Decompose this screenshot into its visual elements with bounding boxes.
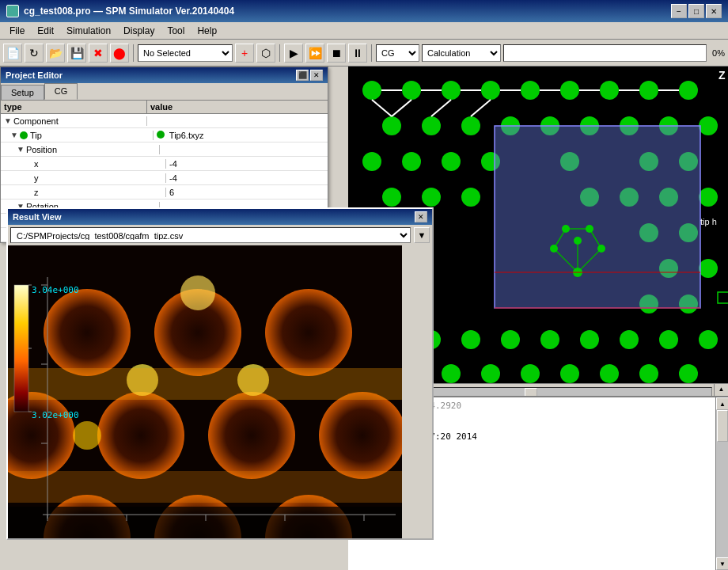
svg-point-19 (362, 152, 381, 171)
scroll-up-button[interactable]: ▲ (716, 397, 728, 410)
svg-point-49 (620, 330, 639, 349)
svg-rect-106 (8, 368, 402, 400)
svg-point-11 (422, 116, 441, 135)
toolbar-add[interactable]: + (235, 44, 254, 63)
scroll-thumb[interactable] (717, 410, 728, 442)
col-value-header: value (147, 101, 328, 113)
project-editor-titlebar: Project Editor ⬛ ✕ (1, 67, 328, 83)
svg-point-57 (560, 364, 579, 383)
scroll-up-icon[interactable]: ▲ (719, 386, 725, 393)
output-scrollbar[interactable]: ▲ ▼ (715, 397, 728, 570)
result-canvas-area: 3.04e+000 3.02e+000 (8, 245, 402, 538)
toolbar-ff[interactable]: ⏩ (305, 44, 324, 63)
toolbar-open[interactable]: 📂 (46, 44, 65, 63)
result-view-close-button[interactable]: ✕ (415, 211, 427, 222)
cg-dropdown[interactable]: CG MD (376, 44, 419, 62)
expand-position[interactable]: ▼ (17, 145, 25, 154)
toolbar: 📄 ↻ 📂 💾 ✖ ⬤ No Selected Selected + ⬡ ▶ ⏩… (0, 40, 728, 66)
toolbar-stop[interactable]: ✖ (89, 44, 108, 63)
scroll-track (716, 410, 728, 557)
tab-cg[interactable]: CG (44, 83, 78, 100)
menu-tool[interactable]: Tool (161, 24, 191, 38)
tab-setup[interactable]: Setup (1, 85, 44, 100)
panel-close-button[interactable]: ✕ (310, 70, 323, 81)
svg-point-28 (461, 188, 480, 207)
scroll-down-button[interactable]: ▼ (716, 557, 728, 570)
svg-text:3.02e+000: 3.02e+000 (32, 410, 79, 420)
svg-rect-73 (495, 126, 700, 308)
tree-row-component[interactable]: ▼ Component (1, 114, 328, 128)
toolbar-play[interactable]: ▶ (284, 44, 303, 63)
svg-point-98 (319, 392, 402, 479)
result-browse-button[interactable]: ▼ (414, 227, 430, 243)
panel-restore-button[interactable]: ⬛ (296, 70, 309, 81)
svg-point-84 (586, 225, 593, 233)
separator-1 (133, 44, 134, 62)
expand-tip[interactable]: ▼ (10, 131, 18, 139)
menu-file[interactable]: File (3, 24, 31, 38)
svg-point-18 (699, 116, 718, 135)
stm-image-svg: 3.04e+000 3.02e+000 (8, 245, 402, 538)
maximize-button[interactable]: □ (688, 4, 704, 18)
tip-icon (20, 131, 28, 139)
project-editor-title: Project Editor (6, 70, 63, 80)
title-controls[interactable]: − □ ✕ (671, 4, 722, 18)
tree-row-y[interactable]: y -4 (1, 171, 328, 185)
svg-point-4 (481, 81, 500, 100)
svg-point-56 (521, 364, 540, 383)
svg-point-45 (461, 330, 480, 349)
svg-point-39 (699, 259, 718, 278)
svg-point-27 (422, 188, 441, 207)
svg-point-47 (540, 330, 559, 349)
svg-point-96 (97, 392, 184, 479)
toolbar-pause[interactable]: ⏸ (348, 44, 367, 63)
toolbar-new[interactable]: 📄 (3, 44, 22, 63)
calculation-dropdown[interactable]: Calculation Visualization (422, 44, 501, 62)
svg-point-104 (73, 421, 101, 450)
col-type-header: type (1, 101, 147, 113)
title-bar: cg_test008.pro — SPM Simulator Ver.20140… (0, 0, 728, 22)
menu-edit[interactable]: Edit (31, 24, 60, 38)
tree-row-z[interactable]: z 6 (1, 185, 328, 200)
component-label: Component (13, 116, 59, 126)
svg-text:3.04e+000: 3.04e+000 (32, 285, 79, 295)
menu-display[interactable]: Display (117, 24, 161, 38)
tree-row-x[interactable]: x -4 (1, 157, 328, 171)
result-toolbar: C:/SPMProjects/cg_test008/cgafm_tipz.csv… (8, 225, 432, 245)
tree-row-position[interactable]: ▼ Position (1, 142, 328, 157)
tree-row-tip[interactable]: ▼ Tip Tip6.txyz (1, 128, 328, 142)
y-label: y (34, 173, 39, 183)
no-selected-dropdown[interactable]: No Selected Selected (138, 44, 233, 62)
close-button[interactable]: ✕ (706, 4, 722, 18)
title-text: cg_test008.pro — SPM Simulator Ver.20140… (6, 5, 234, 17)
toolbar-refresh[interactable]: ↻ (25, 44, 44, 63)
menu-help[interactable]: Help (191, 24, 223, 38)
svg-point-5 (521, 81, 540, 100)
svg-point-85 (574, 237, 582, 245)
separator-2 (279, 44, 280, 62)
svg-point-97 (208, 392, 295, 479)
toolbar-stopp[interactable]: ⏹ (327, 44, 346, 63)
svg-point-60 (679, 364, 698, 383)
toolbar-zoom[interactable]: ⬡ (256, 44, 275, 63)
menu-simulation[interactable]: Simulation (60, 24, 117, 38)
window-title: cg_test008.pro — SPM Simulator Ver.20140… (24, 6, 234, 17)
svg-rect-107 (8, 471, 402, 503)
panel-controls[interactable]: ⬛ ✕ (296, 70, 323, 81)
svg-point-54 (442, 364, 461, 383)
tree-col-tip: ▼ Tip (7, 131, 154, 140)
svg-point-21 (442, 152, 461, 171)
z-label: z (34, 188, 39, 197)
svg-point-46 (501, 330, 520, 349)
svg-point-12 (461, 116, 480, 135)
svg-point-7 (600, 81, 619, 100)
y-value: -4 (166, 173, 328, 183)
expand-component[interactable]: ▼ (4, 116, 12, 125)
minimize-button[interactable]: − (671, 4, 687, 18)
toolbar-record[interactable]: ⬤ (110, 44, 129, 63)
svg-point-81 (550, 245, 558, 253)
main-area: Z tip h ▲ ▼ Project Editor ⬛ ✕ Setup (0, 66, 728, 570)
tree-col-x: x (20, 159, 166, 169)
toolbar-save[interactable]: 💾 (67, 44, 86, 63)
result-file-dropdown[interactable]: C:/SPMProjects/cg_test008/cgafm_tipz.csv (10, 227, 411, 243)
